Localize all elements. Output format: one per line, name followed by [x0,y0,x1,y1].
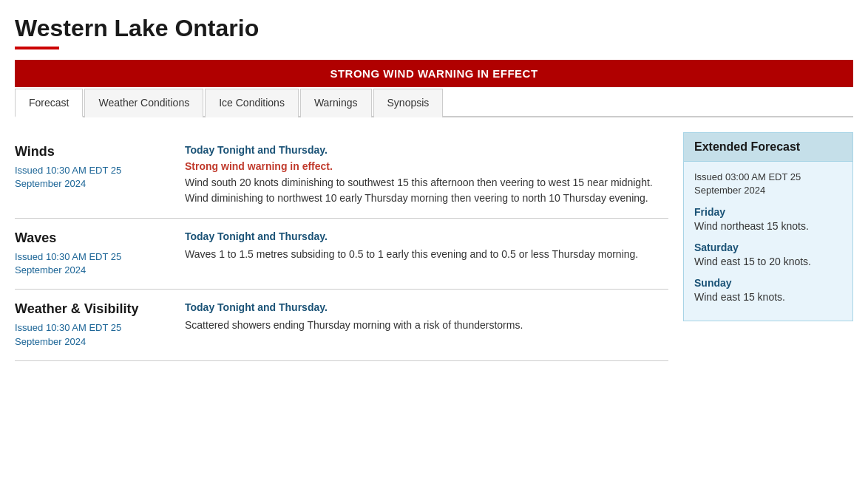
extended-forecast-friday-text: Wind northeast 15 knots. [694,219,842,234]
winds-warning: Strong wind warning in effect. [185,160,668,172]
extended-forecast-box: Extended Forecast Issued 03:00 AM EDT 25… [683,132,853,321]
extended-forecast-sunday: Sunday Wind east 15 knots. [694,277,842,305]
forecast-sections: Winds Issued 10:30 AM EDT 25 September 2… [15,132,668,361]
extended-forecast-sunday-text: Wind east 15 knots. [694,290,842,305]
weather-visibility-section: Weather & Visibility Issued 10:30 AM EDT… [15,290,668,360]
page-title: Western Lake Ontario [15,15,853,42]
extended-forecast-friday: Friday Wind northeast 15 knots. [694,206,842,234]
winds-title: Winds [15,144,163,160]
winds-period: Today Tonight and Thursday. [185,144,668,156]
waves-section: Waves Issued 10:30 AM EDT 25 September 2… [15,219,668,290]
extended-forecast-saturday: Saturday Wind east 15 to 20 knots. [694,242,842,270]
winds-section-left: Winds Issued 10:30 AM EDT 25 September 2… [15,144,163,206]
waves-period: Today Tonight and Thursday. [185,230,668,242]
weather-visibility-title: Weather & Visibility [15,301,163,317]
tab-warnings[interactable]: Warnings [300,89,372,117]
tabs-container: Forecast Weather Conditions Ice Conditio… [15,87,853,117]
winds-section-right: Today Tonight and Thursday. Strong wind … [185,144,668,206]
weather-visibility-section-right: Today Tonight and Thursday. Scattered sh… [185,301,668,348]
extended-forecast-issued: Issued 03:00 AM EDT 25 September 2024 [694,171,842,197]
winds-issued: Issued 10:30 AM EDT 25 September 2024 [15,164,163,191]
waves-section-left: Waves Issued 10:30 AM EDT 25 September 2… [15,230,163,277]
weather-visibility-section-left: Weather & Visibility Issued 10:30 AM EDT… [15,301,163,348]
waves-title: Waves [15,230,163,246]
weather-visibility-body: Scattered showers ending Thursday mornin… [185,318,668,333]
weather-visibility-issued: Issued 10:30 AM EDT 25 September 2024 [15,321,163,348]
waves-issued: Issued 10:30 AM EDT 25 September 2024 [15,250,163,277]
weather-visibility-period: Today Tonight and Thursday. [185,301,668,313]
sidebar: Extended Forecast Issued 03:00 AM EDT 25… [683,132,853,361]
waves-body: Waves 1 to 1.5 metres subsiding to 0.5 t… [185,247,668,262]
extended-forecast-title: Extended Forecast [684,133,852,162]
tab-weather-conditions[interactable]: Weather Conditions [84,89,203,117]
extended-forecast-sunday-name: Sunday [694,277,842,289]
title-underline [15,47,59,49]
waves-section-right: Today Tonight and Thursday. Waves 1 to 1… [185,230,668,277]
extended-forecast-body: Issued 03:00 AM EDT 25 September 2024 Fr… [684,162,852,321]
winds-body: Wind south 20 knots diminishing to south… [185,175,668,206]
tab-forecast[interactable]: Forecast [15,89,83,117]
winds-section: Winds Issued 10:30 AM EDT 25 September 2… [15,132,668,219]
warning-banner: STRONG WIND WARNING IN EFFECT [15,60,853,87]
tab-ice-conditions[interactable]: Ice Conditions [205,89,299,117]
extended-forecast-saturday-name: Saturday [694,242,842,253]
extended-forecast-friday-name: Friday [694,206,842,218]
tab-synopsis[interactable]: Synopsis [373,89,444,117]
main-content: Winds Issued 10:30 AM EDT 25 September 2… [15,117,853,361]
extended-forecast-saturday-text: Wind east 15 to 20 knots. [694,255,842,270]
